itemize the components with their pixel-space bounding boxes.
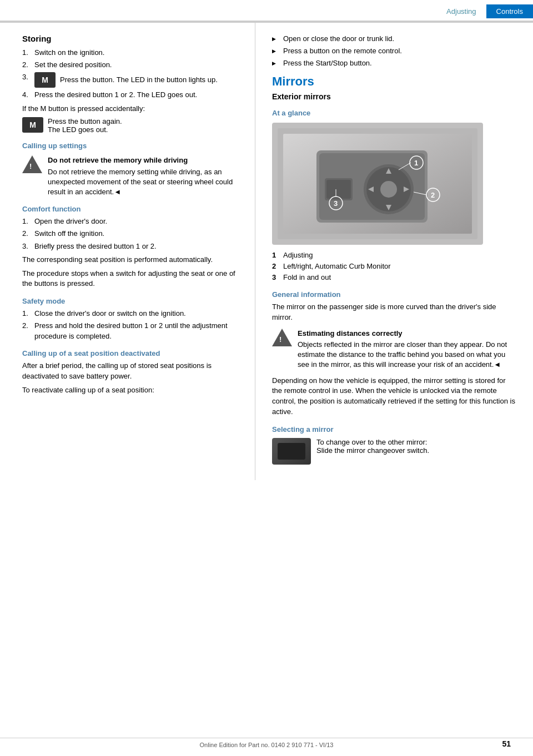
mirror-diagram: 1 2 3 (272, 123, 483, 245)
calling-up-settings-section: Calling up settings Do not retrieve the … (22, 142, 244, 197)
selecting-mirror-title: Selecting a mirror (272, 425, 516, 434)
safety-mode-section: Safety mode 1. Close the driver's door o… (22, 297, 244, 341)
storing-title: Storing (22, 34, 244, 43)
mirror-warning-para: Objects reflected in the mirror are clos… (298, 340, 516, 370)
diagram-label-2: 2 Left/right, Automatic Curb Monitor (272, 261, 516, 271)
comfort-steps: 1. Open the driver's door. 2. Switch off… (22, 216, 244, 251)
m-instruction-row: M Press the button again. The LED goes o… (22, 117, 244, 134)
tab-adjusting[interactable]: Adjusting (436, 4, 486, 18)
m-instruction-2: The LED goes out. (48, 125, 122, 134)
storing-steps: 1. Switch on the ignition. 2. Set the de… (22, 48, 244, 100)
comfort-function-title: Comfort function (22, 205, 244, 213)
top-bullet-list: Open or close the door or trunk lid. Pre… (272, 34, 516, 69)
selecting-line1: To change over to the other mirror: (316, 438, 429, 446)
deactivated-para2: To reactivate calling up of a seat posit… (22, 385, 244, 396)
tab-controls[interactable]: Controls (486, 4, 533, 18)
warning-line1: Do not retrieve the memory while driving (48, 155, 244, 165)
calling-up-deactivated-title: Calling up of a seat position deactivate… (22, 349, 244, 357)
right-column: Open or close the door or trunk lid. Pre… (255, 23, 533, 480)
general-info-title: General information (272, 290, 516, 299)
mirrors-section: Mirrors Exterior mirrors At a glance (272, 74, 516, 465)
diagram-labels: 1 Adjusting 2 Left/right, Automatic Curb… (272, 250, 516, 283)
exterior-mirrors-title: Exterior mirrors (272, 92, 516, 101)
safety-step-1: 1. Close the driver's door or switch on … (22, 309, 244, 319)
comfort-para2: The procedure stops when a switch for ad… (22, 269, 244, 290)
storing-step-4: 4. Press the desired button 1 or 2. The … (22, 90, 244, 100)
calling-up-deactivated-section: Calling up of a seat position deactivate… (22, 349, 244, 396)
footer-text: Online Edition for Part no. 0140 2 910 7… (200, 742, 334, 748)
if-m-pressed-text: If the M button is pressed accidentally: (22, 104, 244, 114)
general-para2: Depending on how the vehicle is equipped… (272, 376, 516, 417)
comfort-step-1: 1. Open the driver's door. (22, 216, 244, 226)
storing-step-1: 1. Switch on the ignition. (22, 48, 244, 58)
warning-line2: Do not retrieve the memory setting while… (48, 167, 244, 198)
storing-step-3: 3. M Press the button. The LED in the bu… (22, 72, 244, 88)
svg-point-7 (380, 181, 397, 198)
mirror-diagram-svg: 1 2 3 (272, 123, 483, 245)
comfort-step-3: 3. Briefly press the desired button 1 or… (22, 241, 244, 251)
bullet-3: Press the Start/Stop button. (272, 58, 516, 68)
storing-step-2: 2. Set the desired position. (22, 60, 244, 70)
calling-up-settings-title: Calling up settings (22, 142, 244, 150)
general-para: The mirror on the passenger side is more… (272, 302, 516, 323)
warning-box: Do not retrieve the memory while driving… (22, 155, 244, 197)
mirror-switch-image (272, 438, 311, 465)
left-column: Storing 1. Switch on the ignition. 2. Se… (0, 23, 255, 480)
mirror-switch-inner (278, 443, 305, 460)
comfort-function-section: Comfort function 1. Open the driver's do… (22, 205, 244, 289)
page-number: 51 (502, 739, 511, 748)
svg-text:2: 2 (431, 191, 435, 199)
mirror-warning-icon (272, 329, 292, 346)
warning-text: Do not retrieve the memory while driving… (48, 155, 244, 197)
mirror-warning-box: Estimating distances correctly Objects r… (272, 329, 516, 370)
mirror-warning-text: Estimating distances correctly Objects r… (298, 329, 516, 370)
main-content: Storing 1. Switch on the ignition. 2. Se… (0, 23, 533, 480)
mirrors-title: Mirrors (272, 74, 516, 89)
svg-text:3: 3 (334, 199, 338, 208)
diagram-label-1: 1 Adjusting (272, 250, 516, 260)
warning-triangle-icon (22, 155, 42, 173)
m-button-2-icon: M (22, 117, 43, 133)
diagram-label-3: 3 Fold in and out (272, 273, 516, 283)
svg-text:1: 1 (414, 159, 418, 167)
m-instruction-1: Press the button again. (48, 117, 122, 125)
header-tabs: Adjusting Controls (436, 4, 533, 18)
m-button-icon: M (34, 72, 56, 88)
bullet-1: Open or close the door or trunk lid. (272, 34, 516, 44)
safety-mode-title: Safety mode (22, 297, 244, 305)
page-header: Adjusting Controls (0, 0, 533, 22)
deactivated-para1: After a brief period, the calling up of … (22, 361, 244, 382)
svg-rect-13 (326, 180, 351, 199)
safety-step-2: 2. Press and hold the desired button 1 o… (22, 321, 244, 341)
bullet-2: Press a button on the remote control. (272, 46, 516, 56)
footer: Online Edition for Part no. 0140 2 910 7… (0, 738, 533, 748)
comfort-para1: The corresponding seat position is perfo… (22, 255, 244, 265)
safety-steps: 1. Close the driver's door or switch on … (22, 309, 244, 341)
selecting-line2: Slide the mirror changeover switch. (316, 446, 429, 455)
at-a-glance-title: At a glance (272, 109, 516, 117)
storing-section: Storing 1. Switch on the ignition. 2. Se… (22, 34, 244, 134)
comfort-step-2: 2. Switch off the ignition. (22, 229, 244, 239)
mirror-warning-title: Estimating distances correctly (298, 329, 516, 339)
selecting-row: To change over to the other mirror: Slid… (272, 438, 516, 465)
